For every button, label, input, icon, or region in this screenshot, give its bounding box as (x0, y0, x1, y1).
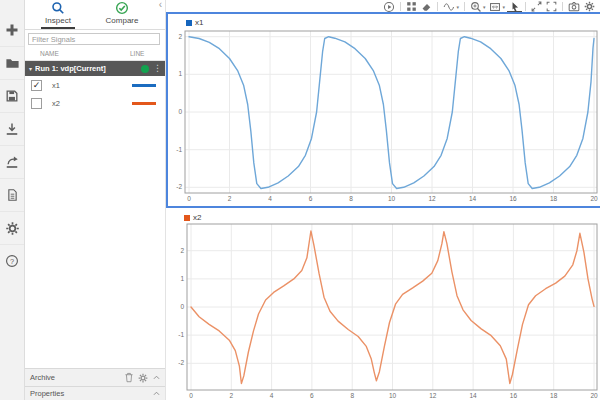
tab-inspect[interactable]: Inspect (29, 1, 87, 29)
svg-text:8: 8 (349, 195, 353, 202)
svg-text:18: 18 (550, 392, 558, 399)
legend-label: x1 (195, 18, 203, 27)
svg-text:2: 2 (229, 392, 233, 399)
dropdown-caret-icon: ▾ (502, 2, 505, 12)
properties-collapse-button[interactable] (152, 389, 161, 398)
open-button[interactable] (0, 47, 24, 80)
svg-text:4: 4 (270, 392, 274, 399)
plot-x2[interactable]: x2 02468101214161820-2-1012 (166, 210, 600, 400)
signal-row[interactable]: x2 (25, 94, 165, 112)
svg-text:6: 6 (309, 195, 313, 202)
svg-text:2: 2 (180, 247, 184, 254)
svg-text:0: 0 (189, 392, 193, 399)
chevron-up-icon (152, 373, 161, 382)
toolbar-separator (437, 2, 438, 11)
gear-icon (5, 221, 20, 236)
svg-text:-2: -2 (178, 359, 184, 366)
folder-icon (5, 56, 20, 71)
svg-text:2: 2 (178, 33, 182, 40)
svg-text:0: 0 (180, 303, 184, 310)
floppy-icon (5, 89, 19, 103)
help-button[interactable]: ? (0, 245, 24, 277)
signal-line-sample (132, 102, 156, 105)
signal-row[interactable]: ✓ x1 (25, 76, 165, 94)
svg-text:16: 16 (510, 392, 518, 399)
import-button[interactable] (0, 113, 24, 146)
signal-list: ✓ x1 x2 (25, 76, 165, 112)
svg-text:-2: -2 (176, 183, 182, 190)
export-button[interactable] (0, 146, 24, 179)
svg-text:-1: -1 (178, 331, 184, 338)
svg-text:6: 6 (310, 392, 314, 399)
check-circle-icon (115, 1, 129, 15)
signal-name: x2 (52, 99, 60, 108)
run-menu-icon[interactable]: ⋮ (153, 64, 162, 73)
signal-line-sample (132, 84, 156, 87)
signal-checkbox[interactable]: ✓ (31, 80, 42, 91)
plot-x1[interactable]: x1 02468101214161820-2-1012 (166, 12, 600, 208)
legend-label: x2 (193, 213, 201, 222)
signals-panel: Inspect Compare ‹ NAME LINE ▾ Run 1: vdp… (25, 0, 166, 400)
preferences-button[interactable] (0, 212, 24, 245)
filter-signals-input[interactable] (28, 33, 160, 45)
save-button[interactable] (0, 80, 24, 113)
archive-bar[interactable]: Archive (25, 368, 165, 386)
question-icon: ? (5, 254, 19, 268)
svg-text:12: 12 (428, 195, 436, 202)
import-icon (5, 122, 19, 136)
new-button[interactable] (0, 14, 24, 47)
left-toolbar: ? (0, 0, 25, 400)
run-label: Run 1: vdp[Current] (35, 64, 141, 73)
tab-compare-label: Compare (106, 16, 139, 25)
plot-x2-legend: x2 (184, 213, 201, 222)
svg-text:-1: -1 (176, 146, 182, 153)
report-button[interactable] (0, 179, 24, 212)
simulation-data-inspector-window: ? Inspect Compare ‹ NAME LINE ▾ Run 1: v… (0, 0, 600, 400)
run-status-dot (141, 65, 149, 73)
svg-text:16: 16 (509, 195, 517, 202)
svg-text:2: 2 (228, 195, 232, 202)
fullscreen-corners-icon (546, 1, 557, 12)
trash-icon (124, 372, 134, 383)
svg-text:14: 14 (469, 195, 477, 202)
dropdown-caret-icon: ▾ (456, 2, 459, 12)
svg-text:1: 1 (180, 275, 184, 282)
toolbar-separator (464, 2, 465, 11)
toolbar-separator (562, 2, 563, 11)
archive-collapse-button[interactable] (152, 373, 161, 382)
archive-settings-button[interactable] (138, 373, 148, 383)
svg-text:20: 20 (590, 392, 598, 399)
tab-compare[interactable]: Compare (93, 1, 151, 25)
run-row[interactable]: ▾ Run 1: vdp[Current] ⋮ (25, 61, 165, 76)
x1-chart[interactable]: 02468101214161820-2-1012 (168, 14, 600, 206)
svg-text:12: 12 (429, 392, 437, 399)
expand-diagonal-icon (531, 1, 542, 12)
toolbar-separator (400, 2, 401, 11)
svg-text:?: ? (10, 257, 14, 266)
plot-area: ▾ ▾ ▾ (166, 0, 600, 400)
svg-text:20: 20 (590, 195, 598, 202)
chevron-up-icon (152, 389, 161, 398)
archive-delete-button[interactable] (124, 372, 134, 383)
svg-text:8: 8 (350, 392, 354, 399)
eraser-icon (421, 1, 432, 12)
legend-swatch (186, 20, 192, 26)
toolbar-separator (525, 2, 526, 11)
svg-text:1: 1 (178, 70, 182, 77)
column-line: LINE (130, 50, 144, 57)
legend-swatch (184, 215, 190, 221)
tab-inspect-label: Inspect (45, 16, 71, 25)
svg-text:14: 14 (469, 392, 477, 399)
svg-text:0: 0 (187, 195, 191, 202)
collapse-panel-icon[interactable]: ‹ (159, 0, 162, 10)
svg-text:4: 4 (268, 195, 272, 202)
plot-x1-legend: x1 (186, 18, 203, 27)
camera-icon (568, 1, 580, 12)
document-icon (6, 188, 19, 202)
plus-icon (4, 22, 20, 38)
collapse-run-icon[interactable]: ▾ (29, 65, 32, 72)
signal-checkbox[interactable] (31, 98, 42, 109)
svg-text:0: 0 (178, 108, 182, 115)
x2-chart[interactable]: 02468101214161820-2-1012 (166, 210, 600, 400)
properties-bar[interactable]: Properties (25, 386, 165, 400)
